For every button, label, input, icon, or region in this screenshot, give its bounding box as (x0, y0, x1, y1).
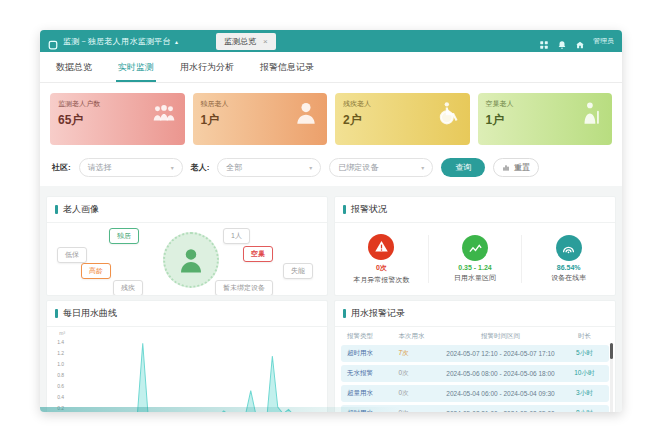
stat-card-4[interactable]: 空巢老人1户 (478, 93, 613, 145)
tab-1[interactable]: 数据总览 (54, 61, 94, 82)
filter-select-1[interactable]: 请选择▾ (79, 158, 183, 177)
alarm-records-table: 报警类型本次用水报警时间区间时长 超时用水7次2024-05-07 12:10 … (335, 327, 615, 412)
table-cell: 0次 (399, 369, 438, 378)
elder-avatar[interactable] (163, 232, 219, 288)
svg-text:m³: m³ (59, 330, 65, 336)
table-cell: 2024-05-06 08:00 - 2024-05-06 18:00 (437, 370, 563, 377)
profile-tag[interactable]: 残疾 (113, 280, 143, 296)
tab-4[interactable]: 报警信息记录 (258, 61, 316, 82)
table-header-cell: 报警类型 (345, 332, 399, 341)
profile-tag[interactable]: 低保 (57, 247, 87, 263)
profile-panel: 老人画像 低保独居高龄残疾1人空巢失能暂未绑定设备 (46, 196, 328, 296)
panel-accent-bar (55, 309, 58, 318)
profile-tag[interactable]: 独居 (109, 228, 139, 244)
user-label[interactable]: 管理员 (593, 36, 614, 46)
svg-text:0.4: 0.4 (57, 394, 64, 400)
table-cell: 超时用水 (345, 349, 399, 358)
people-group-icon (151, 100, 177, 126)
table-cell: 2024-05-04 06:00 - 2024-05-04 09:30 (437, 390, 563, 397)
alarm-stat-2: 0.35 - 1.24日用水量区间 (428, 235, 522, 283)
table-row[interactable]: 超时用水7次2024-05-07 12:10 - 2024-05-07 17:1… (341, 345, 609, 362)
tab-2[interactable]: 实时监测 (116, 61, 156, 82)
alarm-stat-1: 0次本月异常报警次数 (335, 234, 428, 285)
brand-title: 监测－独居老人用水监测平台 (63, 36, 171, 47)
wheelchair-icon (436, 100, 462, 126)
svg-text:0.8: 0.8 (57, 372, 64, 378)
alarm-stat-label: 日用水量区间 (429, 273, 522, 283)
table-cell: 0次 (399, 389, 438, 398)
filter-select-value: 全部 (226, 162, 242, 173)
warning-icon (368, 234, 394, 260)
elderly-icon (578, 100, 604, 126)
trend-icon (462, 235, 488, 261)
panel-accent-bar (343, 309, 346, 318)
profile-panel-title: 老人画像 (63, 203, 99, 216)
table-cell: 超量用水 (345, 389, 399, 398)
profile-tag[interactable]: 暂未绑定设备 (215, 280, 273, 296)
filter-select-2[interactable]: 全部▾ (217, 158, 321, 177)
alarm-stat-value: 0.35 - 1.24 (429, 264, 522, 271)
profile-tag-cloud: 低保独居高龄残疾1人空巢失能暂未绑定设备 (47, 223, 327, 295)
table-header-cell: 时长 (564, 332, 605, 341)
table-header-row: 报警类型本次用水报警时间区间时长 (341, 329, 609, 345)
open-page-tab-label: 监测总览 (224, 36, 256, 47)
alarm-stat-value: 0次 (335, 263, 428, 273)
alarm-stat-label: 设备在线率 (522, 273, 615, 283)
table-scrollbar[interactable] (610, 343, 613, 412)
filter-select-3[interactable]: 已绑定设备▾ (329, 158, 433, 177)
filter-select-value: 请选择 (88, 162, 112, 173)
profile-tag[interactable]: 空巢 (243, 246, 273, 262)
chart-panel-title: 每日用水曲线 (63, 307, 117, 320)
panel-accent-bar (343, 205, 346, 214)
app-logo-icon (48, 36, 58, 46)
svg-text:1.0: 1.0 (57, 361, 64, 367)
bell-icon[interactable] (557, 36, 567, 46)
stat-cards-row: 监测老人户数65户独居老人1户残疾老人2户空巢老人1户 (40, 83, 622, 151)
table-row[interactable]: 无水报警0次2024-05-06 08:00 - 2024-05-06 18:0… (341, 365, 609, 382)
reset-button[interactable]: 重置 (493, 158, 539, 177)
alarm-stat-value: 86.54% (522, 264, 615, 271)
svg-text:1.2: 1.2 (57, 350, 64, 356)
signal-icon (556, 235, 582, 261)
brand-caret-icon[interactable]: ▴ (175, 38, 178, 45)
usage-area-chart: m³1.41.21.00.80.60.40.2000:0001:3003:000… (47, 327, 327, 412)
chevron-down-icon: ▾ (421, 164, 424, 171)
footer-accent-strip (40, 407, 622, 412)
open-page-tab[interactable]: 监测总览 × (216, 33, 276, 50)
filter-label-1: 社区: (52, 162, 71, 173)
search-button[interactable]: 查询 (441, 158, 485, 177)
home-icon[interactable] (575, 36, 585, 46)
profile-tag[interactable]: 高龄 (81, 263, 111, 279)
top-bar: 监测－独居老人用水监测平台 ▴ 监测总览 × 管理员 (40, 30, 622, 52)
reset-button-label: 重置 (514, 162, 530, 173)
panel-accent-bar (55, 205, 58, 214)
alarm-records-panel: 用水报警记录 报警类型本次用水报警时间区间时长 超时用水7次2024-05-07… (334, 300, 616, 412)
table-cell: 10小时 (564, 369, 605, 378)
profile-tag[interactable]: 1人 (223, 228, 250, 244)
table-header-cell: 报警时间区间 (437, 332, 563, 341)
table-cell: 无水报警 (345, 369, 399, 378)
person-icon (293, 100, 319, 126)
tab-3[interactable]: 用水行为分析 (178, 61, 236, 82)
water-usage-chart: m³1.41.21.00.80.60.40.2000:0001:3003:000… (47, 327, 327, 412)
svg-text:1.4: 1.4 (57, 339, 64, 345)
stat-card-3[interactable]: 残疾老人2户 (335, 93, 470, 145)
apps-grid-icon[interactable] (539, 36, 549, 46)
stat-card-1[interactable]: 监测老人户数65户 (50, 93, 185, 145)
table-row[interactable]: 超量用水0次2024-05-04 06:00 - 2024-05-04 09:3… (341, 385, 609, 402)
filter-label-2: 老人: (191, 162, 210, 173)
profile-tag[interactable]: 失能 (283, 263, 313, 279)
table-cell: 7次 (399, 349, 438, 358)
water-usage-chart-panel: 每日用水曲线 m³1.41.21.00.80.60.40.2000:0001:3… (46, 300, 328, 412)
section-tabs: 数据总览实时监测用水行为分析报警信息记录 (40, 52, 622, 83)
alarm-stat-label: 本月异常报警次数 (335, 275, 428, 285)
svg-text:0.6: 0.6 (57, 383, 64, 389)
chevron-down-icon: ▾ (171, 164, 174, 171)
chevron-down-icon: ▾ (309, 164, 312, 171)
tab-close-icon[interactable]: × (263, 37, 268, 46)
table-cell: 3小时 (564, 389, 605, 398)
table-cell: 5小时 (564, 349, 605, 358)
table-panel-title: 用水报警记录 (351, 307, 405, 320)
table-header-cell: 本次用水 (399, 332, 438, 341)
stat-card-2[interactable]: 独居老人1户 (193, 93, 328, 145)
